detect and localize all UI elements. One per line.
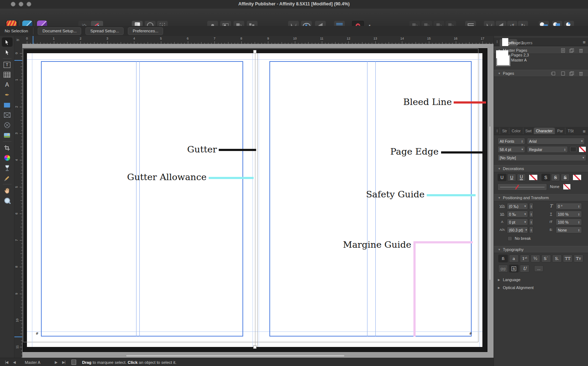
insert-pages-icon[interactable] (551, 71, 555, 76)
font-size-select[interactable]: 58.4 pt ▾ (497, 146, 525, 153)
kerning-field[interactable]: (0 ‰)▾ (507, 203, 528, 210)
document-setup-button[interactable]: Document Setup... (38, 27, 81, 35)
typography-feature-button[interactable]: a (509, 255, 519, 262)
frame-text-tool[interactable]: T (0, 60, 14, 70)
font-collection-select[interactable]: All Fonts ▲▼ (497, 138, 525, 145)
page-list-item[interactable]: Pages 2,3 (494, 50, 588, 60)
last-page-button[interactable]: ▶| (62, 360, 65, 364)
spread-handle-bottom[interactable] (253, 346, 256, 349)
page-list-item[interactable]: Page 1 (494, 37, 588, 48)
strikethrough-color-none-swatch[interactable] (573, 174, 582, 180)
typography-feature-button[interactable]: ½ (531, 255, 540, 262)
horizontal-scale-field[interactable]: 100 %▲▼ (556, 219, 582, 225)
studio-tab[interactable]: Character (534, 128, 555, 134)
duplicate-page-icon[interactable] (569, 71, 574, 76)
vector-crop-tool[interactable] (0, 143, 14, 153)
page-list-icon[interactable] (71, 360, 76, 365)
picture-frame-rectangle-tool[interactable] (0, 110, 14, 120)
text-color-swatch[interactable] (570, 146, 577, 152)
underline-button[interactable]: U (507, 174, 516, 181)
font-family-select[interactable]: Arial ▾ (527, 138, 585, 145)
spread-setup-button[interactable]: Spread Setup... (85, 27, 124, 35)
double-underline-button[interactable]: U (517, 174, 526, 181)
studio-tab[interactable]: Color (509, 128, 523, 134)
vertical-scale-field[interactable]: 100 %▲▼ (556, 211, 582, 218)
node-tool[interactable] (0, 47, 14, 57)
kerning-stepper[interactable]: ▲▼ (529, 203, 533, 210)
typography-feature-button[interactable]: S˙ (541, 255, 551, 262)
ruler-number: 9 (15, 293, 18, 294)
transparency-tool[interactable] (0, 163, 14, 173)
double-strikethrough-button[interactable]: S (561, 174, 570, 181)
text-stroke-none-swatch[interactable] (579, 146, 586, 152)
view-tool[interactable] (0, 186, 14, 196)
leading-stepper[interactable]: ▲▼ (529, 227, 533, 233)
no-break-checkbox[interactable] (508, 236, 512, 241)
vertical-scrollbar[interactable] (489, 126, 491, 280)
studio-tab[interactable]: Swt (523, 128, 534, 134)
alternate-glyphs-button[interactable]: gg (498, 265, 508, 273)
script-field[interactable]: None▲▼ (556, 227, 582, 233)
previous-page-button[interactable]: ◀ (13, 360, 15, 364)
next-page-button[interactable]: ▶ (55, 360, 57, 364)
table-tool[interactable] (0, 70, 14, 80)
typography-feature-button[interactable]: TT (563, 255, 573, 262)
artistic-text-tool[interactable]: A (0, 80, 14, 90)
swash-button[interactable]: U (520, 265, 529, 273)
color-selector[interactable] (0, 153, 14, 163)
typography-header[interactable]: ▼ Typography (494, 246, 588, 253)
decoration-stroke-preview[interactable] (497, 183, 547, 191)
typography-feature-button[interactable]: 1ˢᵗ (520, 255, 529, 262)
expand-icon: ▶ (498, 286, 500, 289)
current-page-label[interactable]: Master A (25, 360, 40, 365)
spread-handle-top[interactable] (253, 50, 256, 53)
zoom-tool[interactable] (0, 196, 14, 206)
positioning-header[interactable]: ▼ Positioning and Transform (494, 194, 588, 201)
typography-feature-button[interactable]: S. (552, 255, 562, 262)
page-thumbnail[interactable] (502, 38, 508, 46)
page-thumbnail[interactable] (496, 50, 508, 58)
baseline-shift-field[interactable]: 0 pt▾ (507, 219, 528, 225)
picture-frame-ellipse-tool[interactable] (0, 120, 14, 130)
more-typography-button[interactable]: ... (534, 265, 543, 272)
leading-override-field[interactable]: (60.3 pt)▾ (507, 227, 528, 233)
trash-icon[interactable] (579, 71, 583, 76)
pen-tool[interactable]: ✒ (0, 90, 14, 100)
baseline-stepper[interactable]: ▲▼ (529, 219, 533, 225)
strikethrough-off-button[interactable]: S (541, 174, 550, 181)
panel-menu-icon[interactable]: ≡ (583, 129, 585, 134)
underline-color-none-swatch[interactable] (529, 174, 538, 180)
studio-tab[interactable]: Par (555, 128, 565, 134)
rectangle-tool[interactable] (0, 100, 14, 110)
strikethrough-button[interactable]: S (551, 174, 560, 181)
decorations-header[interactable]: ▼ Decorations (494, 165, 588, 172)
underline-off-button[interactable]: U (497, 174, 506, 181)
horizontal-ruler[interactable]: in 01234567891011121314151617 (14, 36, 494, 44)
add-page-icon[interactable] (561, 71, 565, 76)
place-image-tool[interactable] (0, 130, 14, 140)
canvas[interactable]: # # Bleed Line Gutter Page Edge Gutter A… (22, 44, 494, 358)
gutter-callout (219, 149, 256, 151)
horizontal-scrollbar[interactable] (126, 354, 345, 357)
panel-grip-icon[interactable]: ‖ (496, 129, 498, 133)
decoration-color-none-swatch[interactable] (563, 184, 571, 190)
typography-feature-button[interactable]: fi (498, 255, 508, 262)
language-section[interactable]: ▶ Language (494, 276, 588, 283)
ruler-number: 7 (214, 37, 216, 40)
font-style-select[interactable]: Regular ▲▼ (527, 146, 568, 153)
text-style-select[interactable]: [No Style] ▾ (497, 154, 586, 161)
preferences-button[interactable]: Preferences... (128, 27, 163, 35)
first-page-button[interactable]: |◀ (5, 360, 8, 364)
vertical-ruler[interactable]: 01234567891011 (14, 44, 23, 358)
typography-feature-button[interactable]: Tᴛ (574, 255, 583, 262)
color-picker-tool[interactable] (0, 173, 14, 183)
tracking-field[interactable]: 0 ‰▾ (507, 211, 528, 218)
shear-field[interactable]: 0 °▲▼ (556, 203, 582, 210)
studio-tab[interactable]: TSt (565, 128, 575, 134)
tracking-stepper[interactable]: ▲▼ (529, 211, 533, 218)
glyph-frame-button[interactable]: fi (509, 265, 519, 273)
move-tool[interactable] (0, 37, 14, 47)
optical-alignment-section[interactable]: ▶ Optical Alignment (494, 284, 588, 291)
studio-tab[interactable]: Str (500, 128, 509, 134)
pages-header[interactable]: ▼ Pages (494, 70, 588, 77)
